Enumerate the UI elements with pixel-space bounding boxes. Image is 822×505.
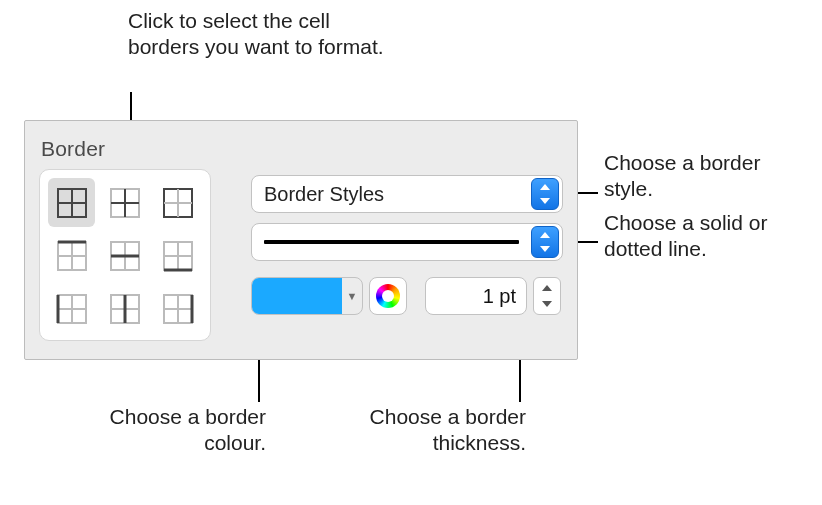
colour-wheel-icon bbox=[376, 284, 400, 308]
border-all-icon bbox=[54, 185, 90, 221]
border-outer-icon bbox=[160, 185, 196, 221]
border-top[interactable] bbox=[48, 231, 95, 280]
callout-select-borders: Click to select the cell borders you wan… bbox=[128, 8, 388, 61]
callout-border-thickness: Choose a border thickness. bbox=[306, 404, 526, 457]
border-right[interactable] bbox=[155, 285, 202, 334]
border-right-icon bbox=[160, 291, 196, 327]
border-all[interactable] bbox=[48, 178, 95, 227]
border-left[interactable] bbox=[48, 285, 95, 334]
border-left-icon bbox=[54, 291, 90, 327]
border-bottom-icon bbox=[160, 238, 196, 274]
popup-arrows-icon bbox=[531, 178, 559, 210]
border-vertical[interactable] bbox=[101, 285, 148, 334]
border-style-popup-label: Border Styles bbox=[252, 183, 531, 206]
callout-line-type: Choose a solid or dotted line. bbox=[604, 210, 814, 263]
chevron-down-icon: ▼ bbox=[342, 278, 362, 314]
callout-border-colour: Choose a border colour. bbox=[86, 404, 266, 457]
colour-picker-button[interactable] bbox=[369, 277, 407, 315]
border-horizontal[interactable] bbox=[101, 231, 148, 280]
border-horizontal-icon bbox=[107, 238, 143, 274]
border-selector bbox=[39, 169, 211, 341]
border-line-type-popup[interactable] bbox=[251, 223, 563, 261]
border-inner[interactable] bbox=[101, 178, 148, 227]
border-inspector-panel: Border bbox=[24, 120, 578, 360]
border-inner-icon bbox=[107, 185, 143, 221]
border-colour-swatch[interactable]: ▼ bbox=[251, 277, 363, 315]
line-sample-solid-icon bbox=[264, 240, 519, 244]
section-title-border: Border bbox=[41, 137, 105, 161]
border-thickness-stepper[interactable] bbox=[533, 277, 561, 315]
border-vertical-icon bbox=[107, 291, 143, 327]
border-outer[interactable] bbox=[155, 178, 202, 227]
border-thickness-value: 1 pt bbox=[483, 285, 516, 308]
callout-border-style: Choose a border style. bbox=[604, 150, 804, 203]
popup-arrows-icon bbox=[531, 226, 559, 258]
border-thickness-field[interactable]: 1 pt bbox=[425, 277, 527, 315]
border-top-icon bbox=[54, 238, 90, 274]
colour-swatch-fill bbox=[252, 278, 342, 314]
border-style-popup[interactable]: Border Styles bbox=[251, 175, 563, 213]
border-bottom[interactable] bbox=[155, 231, 202, 280]
